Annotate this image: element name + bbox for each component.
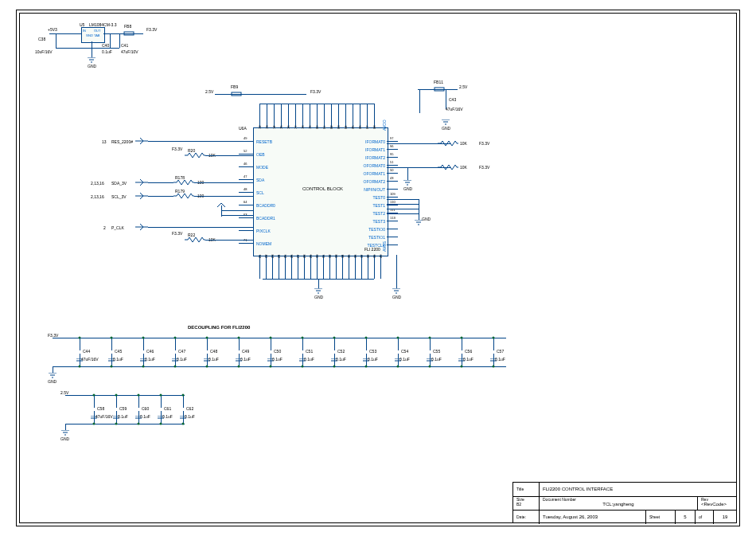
wire [430,338,431,350]
wire [387,165,398,166]
cap-val: 0.1uF [463,357,473,362]
junction-icon [238,366,240,368]
chip-pin-num: 87 [365,126,369,129]
junction-icon [160,423,162,425]
port-pclk-name: P_CLK [111,225,124,230]
tb-docnum: TCL:yangheng [602,502,633,507]
wire [221,210,253,211]
chip-pin-num: 79 [308,126,312,129]
junction-icon [238,337,240,339]
wire [387,245,398,245]
chip-pin-num: 36 [353,255,357,258]
chip-pin-num: 73 [265,126,269,129]
wire [259,104,374,104]
page-border-inner [19,13,737,523]
chip-pin-num: 85 [351,126,355,129]
chip-pin-num: 82 [329,126,333,129]
wire [310,104,310,127]
r22-ref: R22 [188,233,195,237]
wire [374,104,375,127]
port-arrow-icon [135,179,148,186]
chip-pin-num: 113 [390,216,396,220]
junction-icon [93,423,95,425]
cap-ref: C51 [306,349,313,354]
cap-val: 0.1uF [240,357,251,362]
chip-pin-label: BCADDR1 [256,216,275,221]
cap-ref: C50 [274,349,281,354]
fb11-ref: FB11 [434,80,443,84]
fb9-out: F3.3V [310,89,321,94]
cap-val: 0.1uF [140,414,150,419]
c38-ref: C38 [38,37,45,41]
wire [239,217,253,218]
wire [207,338,208,350]
gnd-icon [49,373,57,379]
chip-pin-label: OFORMAT2 [360,179,385,184]
cap-val: 0.1uF [162,414,173,419]
junction-icon [270,337,272,339]
wire [345,104,346,127]
fb8-ref: FB8 [124,24,131,29]
cap-ref: C61 [164,406,171,411]
wire [281,104,282,127]
wire [239,192,253,193]
wire [374,255,375,279]
chip-pin-num: 72 [258,126,262,129]
gnd-icon [403,180,411,186]
chip-pin-num: 84 [344,126,348,129]
svg-rect-0 [124,32,134,35]
cap-val: 0.1uF [145,357,155,362]
wire [239,338,240,350]
tb-date-lbl: Date: [513,511,540,524]
wire [119,33,120,48]
tb-docnum-lbl: Document Number [543,497,576,502]
wire [56,33,57,48]
chip-pin-label: MODE [256,165,268,170]
cap-val: 0.1uF [368,357,378,362]
chip-pin-num: 78 [301,126,305,129]
chip-pin-num: 43 [390,176,393,180]
net-f33v-r20: F3.3V [172,147,182,151]
wire [387,181,398,182]
chip-pin-num: 37 [360,255,364,258]
chip-pin-num: 75 [279,126,283,129]
tb-sheet-num: 5 [676,511,696,524]
chip-pin-num: 27 [296,255,300,258]
wire [380,255,381,279]
wire [360,104,360,127]
chip-pin-num: 88 [372,126,376,129]
cap-ref: C53 [369,349,376,354]
junction-icon [493,366,495,368]
port-scl-name: SCL_3V [111,194,127,199]
wire [205,240,253,241]
chip-pin-num: 83 [337,126,341,129]
c43-ref: C43 [449,97,456,102]
net-f33v-ifmt: F3.3V [479,141,489,146]
junction-icon [174,366,177,368]
wire [419,89,420,113]
junction-icon [333,337,336,339]
wire [80,338,80,350]
cap-ref: C46 [146,349,154,354]
wire [387,229,398,229]
wire [49,33,81,34]
net-5v3: +5V3 [48,27,57,32]
cap-ref: C62 [186,406,193,411]
r20-ref: R20 [188,148,195,153]
cap-val: 0.1uF [399,357,410,362]
pin-out: OUT [94,29,100,33]
tb-size: B2 [516,502,521,507]
resistor-r179 [173,194,194,198]
chip-pin-num: 29 [309,255,313,258]
chip-pin-num: 38 [366,255,370,258]
wire [148,196,173,197]
junction-icon [365,366,368,368]
cap-ref: C54 [401,349,408,354]
wire [366,338,367,350]
cap-val: 47uF/16V [81,357,99,362]
wire [194,196,253,197]
wire [175,338,176,350]
tb-sheet-lbl: Sheet [646,511,676,524]
r178-ref: R178 [175,175,185,180]
junction-icon [138,394,140,397]
